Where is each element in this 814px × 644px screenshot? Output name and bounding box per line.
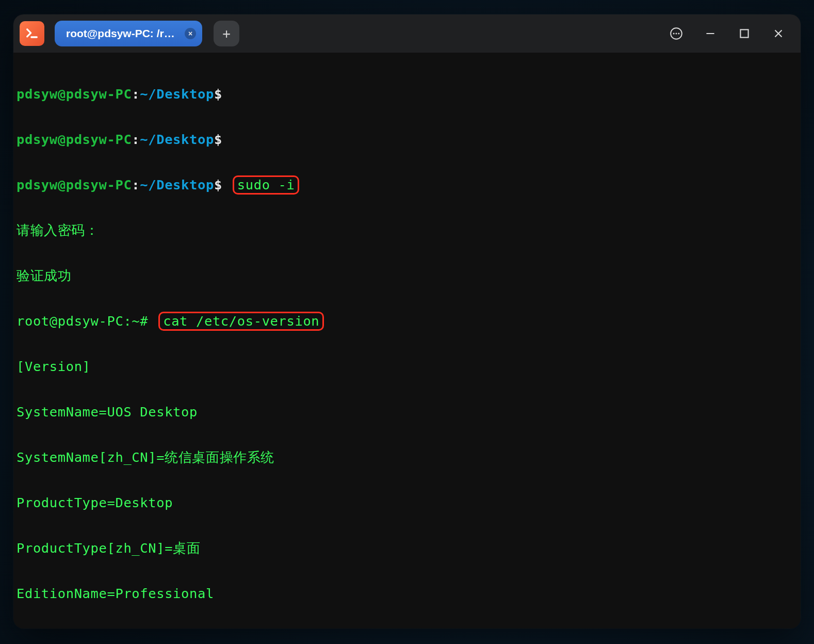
desktop-background: root@pdsyw-PC: /root × + <box>0 0 814 644</box>
prompt-path: ~/Desktop <box>140 86 214 102</box>
tab-root-terminal[interactable]: root@pdsyw-PC: /root × <box>55 21 202 46</box>
svg-point-2 <box>673 33 675 34</box>
maximize-icon <box>738 27 751 40</box>
minimize-button[interactable] <box>696 20 724 47</box>
prompt-host: pdsyw-PC <box>66 86 132 102</box>
prompt-line-1: pdsyw@pdsyw-PC:~/Desktop$ <box>17 83 795 105</box>
root-prompt: root@pdsyw-PC:~# <box>17 313 148 329</box>
tab-title: root@pdsyw-PC: /root <box>66 27 180 40</box>
close-icon: × <box>188 30 192 37</box>
menu-button[interactable] <box>662 20 690 47</box>
minimize-icon <box>704 27 717 40</box>
maximize-button[interactable] <box>730 20 758 47</box>
highlight-sudo: sudo -i <box>233 175 300 195</box>
svg-point-3 <box>675 33 677 34</box>
auth-success: 验证成功 <box>17 264 795 287</box>
osver-systemname-zh: SystemName[zh_CN]=统信桌面操作系统 <box>17 446 795 469</box>
prompt-at: @ <box>58 86 66 102</box>
osver-producttype: ProductType=Desktop <box>17 491 795 514</box>
close-window-button[interactable] <box>764 20 792 47</box>
password-prompt: 请输入密码： <box>17 219 795 242</box>
close-tab-button[interactable]: × <box>185 28 196 39</box>
prompt-icon <box>25 26 39 41</box>
ellipsis-circle-icon <box>670 27 683 40</box>
plus-icon: + <box>222 26 231 41</box>
osver-producttype-zh: ProductType[zh_CN]=桌面 <box>17 537 795 559</box>
close-icon <box>772 27 785 40</box>
svg-point-4 <box>678 33 679 34</box>
svg-rect-6 <box>740 29 748 37</box>
root-line-cat: root@pdsyw-PC:~# cat /etc/os-version <box>17 310 795 332</box>
new-tab-button[interactable]: + <box>214 21 239 46</box>
terminal-output: pdsyw@pdsyw-PC:~/Desktop$ pdsyw@pdsyw-PC… <box>17 60 795 629</box>
prompt-colon: : <box>132 86 140 102</box>
osver-section: [Version] <box>17 355 795 378</box>
terminal-window: root@pdsyw-PC: /root × + <box>13 14 801 629</box>
prompt-symbol: $ <box>214 86 222 102</box>
prompt-user: pdsyw <box>17 86 58 102</box>
cmd-cat: cat /etc/os-version <box>163 313 319 329</box>
titlebar: root@pdsyw-PC: /root × + <box>13 14 801 53</box>
prompt-line-sudo: pdsyw@pdsyw-PC:~/Desktop$ sudo -i <box>17 173 795 196</box>
terminal-viewport[interactable]: pdsyw@pdsyw-PC:~/Desktop$ pdsyw@pdsyw-PC… <box>13 53 801 629</box>
highlight-cat: cat /etc/os-version <box>158 312 324 331</box>
cmd-sudo: sudo -i <box>237 177 295 192</box>
osver-systemname: SystemName=UOS Desktop <box>17 400 795 423</box>
terminal-app-icon <box>20 21 44 46</box>
prompt-line-2: pdsyw@pdsyw-PC:~/Desktop$ <box>17 128 795 151</box>
osver-editionname: EditionName=Professional <box>17 582 795 605</box>
osver-editionname-zh: EditionName[zh_CN]=专业版 <box>17 627 795 629</box>
